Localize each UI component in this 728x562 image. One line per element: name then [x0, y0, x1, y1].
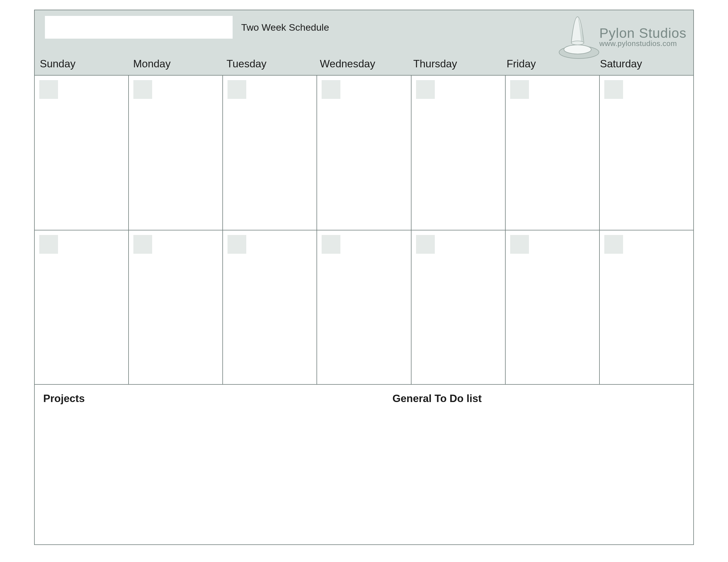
title-input[interactable]: [45, 16, 233, 39]
date-box[interactable]: [39, 235, 58, 254]
svg-point-1: [564, 45, 591, 54]
todo-section[interactable]: General To Do list: [364, 393, 685, 536]
date-box[interactable]: [39, 80, 58, 99]
footer-panel: Projects General To Do list: [34, 385, 694, 545]
day-header: Thursday: [413, 58, 506, 70]
date-box[interactable]: [133, 80, 152, 99]
brand-name: Pylon Studios: [599, 25, 686, 41]
day-cell[interactable]: [411, 75, 506, 230]
brand-url: www.pylonstudios.com: [599, 39, 686, 48]
calendar-grid: [34, 75, 694, 385]
brand-logo: Pylon Studios www.pylonstudios.com: [558, 13, 686, 61]
date-box[interactable]: [416, 80, 435, 99]
schedule-title: Two Week Schedule: [241, 22, 329, 33]
week-row: [35, 75, 694, 230]
day-cell[interactable]: [317, 230, 411, 385]
week-row: [35, 230, 694, 385]
date-box[interactable]: [604, 80, 623, 99]
svg-point-2: [571, 41, 584, 45]
day-cell[interactable]: [35, 230, 129, 385]
header: Two Week Schedule Pylon Studios www.pylo…: [34, 10, 694, 75]
projects-section[interactable]: Projects: [43, 393, 364, 536]
day-cell[interactable]: [129, 75, 223, 230]
day-cell[interactable]: [600, 75, 694, 230]
day-header: Tuesday: [227, 58, 320, 70]
day-cell[interactable]: [506, 75, 600, 230]
day-cell[interactable]: [223, 230, 317, 385]
date-box[interactable]: [510, 235, 529, 254]
day-cell[interactable]: [506, 230, 600, 385]
date-box[interactable]: [133, 235, 152, 254]
date-box[interactable]: [416, 235, 435, 254]
day-header: Wednesday: [320, 58, 413, 70]
date-box[interactable]: [227, 80, 246, 99]
day-cell[interactable]: [411, 230, 506, 385]
day-cell[interactable]: [600, 230, 694, 385]
cone-icon: [558, 13, 600, 61]
date-box[interactable]: [322, 80, 340, 99]
day-cell[interactable]: [129, 230, 223, 385]
date-box[interactable]: [604, 235, 623, 254]
date-box[interactable]: [510, 80, 529, 99]
day-cell[interactable]: [317, 75, 411, 230]
day-cell[interactable]: [35, 75, 129, 230]
projects-heading: Projects: [43, 393, 364, 405]
day-cell[interactable]: [223, 75, 317, 230]
day-header: Sunday: [40, 58, 133, 70]
date-box[interactable]: [227, 235, 246, 254]
todo-heading: General To Do list: [392, 393, 685, 405]
date-box[interactable]: [322, 235, 340, 254]
day-header: Monday: [133, 58, 226, 70]
